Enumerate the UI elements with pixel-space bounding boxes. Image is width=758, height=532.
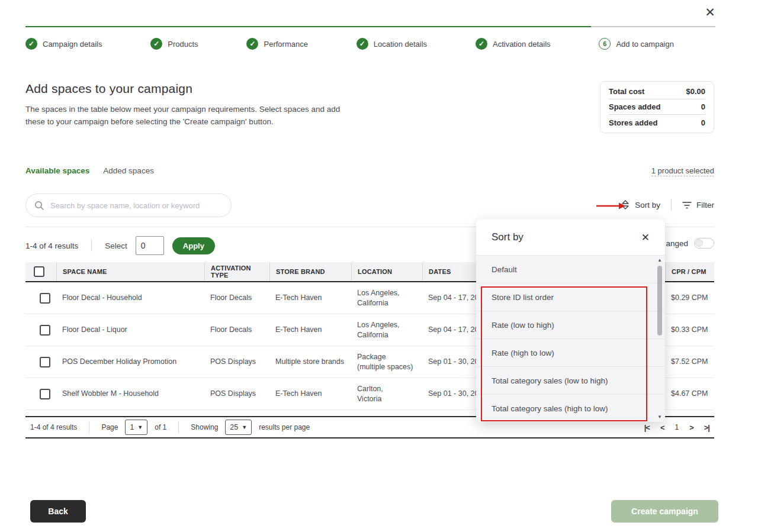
- step-campaign-details[interactable]: ✓ Campaign details: [25, 38, 102, 50]
- store-brand-cell: Multiple store brands: [269, 346, 351, 378]
- location-cell: Los Angeles,California: [351, 314, 422, 346]
- sort-option-store-id[interactable]: Store ID list order: [476, 283, 665, 311]
- sort-by-popup: Sort by ✕ Default Store ID list order Ra…: [476, 220, 665, 422]
- search-icon: [34, 201, 44, 211]
- row-checkbox-cell: [25, 346, 56, 378]
- next-page-button[interactable]: >: [689, 423, 693, 432]
- page-description: The spaces in the table below meet your …: [25, 104, 348, 128]
- location-cell: Carlton,Victoria: [351, 378, 422, 410]
- tab-added-spaces[interactable]: Added spaces: [103, 166, 154, 175]
- row-checkbox-cell: [25, 314, 56, 346]
- page-of-label: of 1: [155, 423, 166, 431]
- summary-stores-added: Stores added 0: [609, 115, 705, 130]
- col-location: LOCATION: [351, 262, 422, 281]
- space-name-cell: Floor Decal - Liquor: [56, 314, 204, 346]
- cpr-cpm-cell: $0.29 CPM: [665, 282, 714, 314]
- activation-type-cell: POS Displays: [204, 378, 269, 410]
- step-label: Location details: [374, 40, 427, 49]
- first-page-button[interactable]: |<: [644, 423, 650, 432]
- per-page-select[interactable]: 25 ▼: [225, 420, 252, 435]
- step-activation-details[interactable]: ✓ Activation details: [476, 38, 551, 50]
- store-brand-cell: E-Tech Haven: [269, 282, 351, 314]
- page-title: Add spaces to your campaign: [25, 82, 192, 96]
- col-space-name: SPACE NAME: [56, 262, 204, 281]
- toggle-switch[interactable]: [694, 238, 714, 249]
- header-checkbox-cell: [25, 262, 56, 281]
- scroll-up-icon[interactable]: ▲: [656, 257, 663, 263]
- pagination-divider: [178, 421, 179, 433]
- showing-label: Showing: [191, 423, 218, 431]
- chevron-down-icon: ▼: [137, 424, 143, 430]
- row-checkbox[interactable]: [40, 357, 50, 367]
- page-label: Page: [101, 423, 118, 431]
- last-page-button[interactable]: >|: [704, 423, 709, 432]
- per-page-select-value: 25: [230, 423, 238, 431]
- row-checkbox-cell: [25, 378, 56, 410]
- scrollbar-thumb[interactable]: [657, 266, 662, 336]
- filter-icon: [682, 201, 692, 209]
- sort-option-rate-desc[interactable]: Rate (high to low): [476, 338, 665, 366]
- row-checkbox[interactable]: [40, 293, 50, 304]
- step-number-badge: 6: [599, 38, 611, 50]
- space-name-cell: POS December Holiday Promotion: [56, 346, 204, 378]
- popup-scrollbar[interactable]: ▲ ▼: [656, 257, 663, 420]
- sort-option-rate-asc[interactable]: Rate (low to high): [476, 311, 665, 338]
- step-add-to-campaign[interactable]: 6 Add to campaign: [599, 38, 674, 50]
- apply-button[interactable]: Apply: [172, 237, 215, 254]
- activation-type-cell: POS Displays: [204, 346, 269, 378]
- activation-type-cell: Floor Decals: [204, 314, 269, 346]
- select-all-checkbox[interactable]: [34, 266, 44, 277]
- results-bar: 1-4 of 4 results Select Apply: [25, 236, 215, 256]
- row-checkbox-cell: [25, 282, 56, 314]
- stepper-progress-fill: [25, 26, 591, 27]
- space-name-cell: Floor Decal - Household: [56, 282, 204, 314]
- check-icon: ✓: [246, 38, 258, 50]
- space-name-cell: Shelf Wobbler M - Household: [56, 378, 204, 410]
- create-campaign-button[interactable]: Create campaign: [611, 500, 718, 523]
- current-page-number: 1: [675, 423, 679, 431]
- step-performance[interactable]: ✓ Performance: [246, 38, 307, 50]
- sort-option-default[interactable]: Default: [476, 255, 665, 283]
- store-brand-cell: E-Tech Haven: [269, 314, 351, 346]
- pagination-count: 1-4 of 4 results: [30, 423, 77, 431]
- check-icon: ✓: [476, 38, 487, 50]
- sort-option-sales-desc[interactable]: Total category sales (high to low): [476, 394, 665, 422]
- sort-option-sales-asc[interactable]: Total category sales (low to high): [476, 366, 665, 394]
- select-count-input[interactable]: [136, 236, 164, 255]
- filter-button[interactable]: Filter: [682, 201, 714, 209]
- page-select[interactable]: 1 ▼: [125, 420, 147, 435]
- summary-label: Spaces added: [609, 102, 660, 111]
- sort-by-button[interactable]: Sort by: [621, 199, 660, 210]
- step-products[interactable]: ✓ Products: [150, 38, 198, 50]
- spaces-tabs: Available spaces Added spaces: [25, 166, 154, 175]
- cpr-cpm-cell: $4.67 CPM: [665, 378, 714, 410]
- search-box: [25, 194, 232, 217]
- sort-popup-title: Sort by: [492, 231, 523, 243]
- summary-label: Stores added: [609, 118, 657, 127]
- back-button[interactable]: Back: [30, 500, 86, 523]
- activation-type-cell: Floor Decals: [204, 282, 269, 314]
- summary-total-cost: Total cost $0.00: [609, 84, 705, 99]
- step-label: Products: [168, 40, 198, 49]
- check-icon: ✓: [356, 38, 368, 50]
- scroll-down-icon[interactable]: ▼: [656, 414, 663, 420]
- row-checkbox[interactable]: [40, 325, 50, 336]
- summary-card: Total cost $0.00 Spaces added 0 Stores a…: [600, 81, 714, 133]
- page-select-value: 1: [130, 423, 134, 431]
- chevron-down-icon: ▼: [242, 424, 247, 430]
- tab-available-spaces[interactable]: Available spaces: [25, 166, 89, 175]
- sort-by-label: Sort by: [635, 201, 660, 209]
- step-label: Performance: [264, 40, 307, 49]
- step-label: Campaign details: [43, 40, 102, 49]
- sort-popup-close-icon[interactable]: ✕: [641, 231, 650, 244]
- step-location-details[interactable]: ✓ Location details: [356, 38, 427, 50]
- product-selected-link[interactable]: 1 product selected: [651, 166, 714, 176]
- results-count: 1-4 of 4 results: [25, 241, 78, 250]
- row-checkbox[interactable]: [40, 389, 50, 399]
- summary-spaces-added: Spaces added 0: [609, 99, 705, 115]
- toggle-knob: [695, 239, 703, 247]
- prev-page-button[interactable]: <: [660, 423, 664, 432]
- search-input[interactable]: [50, 201, 223, 210]
- col-cpr-cpm: CPR / CPM: [665, 262, 714, 281]
- modal-close-icon[interactable]: ✕: [702, 5, 718, 20]
